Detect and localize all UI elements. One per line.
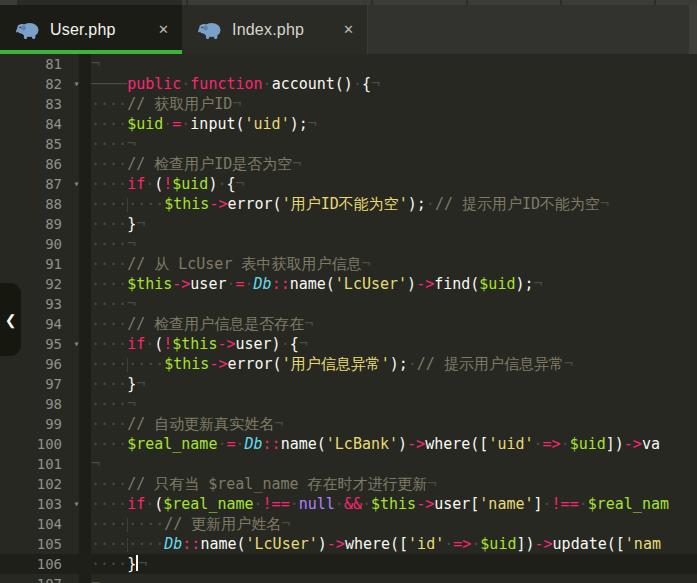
- fold-gutter-spacer: [62, 374, 91, 394]
- code-text: ····$this->user·=·Db::name('LcUser')->fi…: [91, 274, 697, 294]
- code-line[interactable]: 87▾····if·(!$uid)·{¬: [0, 174, 697, 194]
- code-line[interactable]: 86····// 检查用户ID是否为空¬: [0, 154, 697, 174]
- code-line[interactable]: 81¬: [0, 54, 697, 74]
- code-text: ····if·($real_name·!==·null·&&·$this->us…: [91, 494, 697, 514]
- tab-bar: User.php✕Index.php✕: [0, 5, 697, 54]
- code-text: ····if·(!$this->user)·{¬: [91, 334, 697, 354]
- editor-window: User.php✕Index.php✕ 81¬82▾────public·fun…: [0, 0, 697, 583]
- line-number: 82: [0, 74, 62, 94]
- code-line[interactable]: 104········// 更新用户姓名¬: [0, 514, 697, 534]
- fold-gutter-spacer: [62, 554, 91, 574]
- line-number: 85: [0, 134, 62, 154]
- line-number: 99: [0, 414, 62, 434]
- chevron-left-icon: ❮: [5, 312, 17, 328]
- code-line[interactable]: 91····// 从 LcUser 表中获取用户信息¬: [0, 254, 697, 274]
- fold-gutter-spacer: [62, 194, 91, 214]
- line-number: 106: [0, 554, 62, 574]
- code-line[interactable]: 99····// 自动更新真实姓名¬: [0, 414, 697, 434]
- code-line[interactable]: 100····$real_name·=·Db::name('LcBank')->…: [0, 434, 697, 454]
- code-line[interactable]: 98····¬: [0, 394, 697, 414]
- tab-user-php[interactable]: User.php✕: [0, 5, 182, 54]
- fold-gutter-spacer: [62, 234, 91, 254]
- fold-toggle-icon[interactable]: ▾: [62, 174, 91, 194]
- fold-toggle-icon[interactable]: ▾: [62, 334, 91, 354]
- code-line[interactable]: 102····// 只有当 $real_name 存在时才进行更新¬: [0, 474, 697, 494]
- code-text: ¬: [91, 54, 697, 74]
- code-text: ····$real_name·=·Db::name('LcBank')->whe…: [91, 434, 697, 454]
- line-number: 98: [0, 394, 62, 414]
- code-text: ····$uid·=·input('uid');¬: [91, 114, 697, 134]
- code-text: ········// 更新用户姓名¬: [91, 514, 697, 534]
- line-number: 89: [0, 214, 62, 234]
- code-text: ····¬: [91, 294, 697, 314]
- fold-gutter-spacer: [62, 114, 91, 134]
- code-line[interactable]: 82▾────public·function·account()·{¬: [0, 74, 697, 94]
- code-text: ········$this->error('用户ID不能为空');·// 提示用…: [91, 194, 697, 214]
- code-line[interactable]: 92····$this->user·=·Db::name('LcUser')->…: [0, 274, 697, 294]
- code-line[interactable]: 96········$this->error('用户信息异常');·// 提示用…: [0, 354, 697, 374]
- tab-label: User.php: [50, 21, 153, 39]
- code-text: ····// 检查用户ID是否为空¬: [91, 154, 697, 174]
- fold-gutter-spacer: [62, 414, 91, 434]
- fold-toggle-icon[interactable]: ▾: [62, 494, 91, 514]
- code-line[interactable]: 95▾····if·(!$this->user)·{¬: [0, 334, 697, 354]
- line-number: 100: [0, 434, 62, 454]
- code-text: ····if·(!$uid)·{¬: [91, 174, 697, 194]
- code-editor[interactable]: 81¬82▾────public·function·account()·{¬83…: [0, 54, 697, 583]
- line-number: 96: [0, 354, 62, 374]
- code-line[interactable]: 89····}¬: [0, 214, 697, 234]
- code-line[interactable]: 97····}¬: [0, 374, 697, 394]
- fold-gutter-spacer: [62, 514, 91, 534]
- code-text: ····// 自动更新真实姓名¬: [91, 414, 697, 434]
- line-number: 88: [0, 194, 62, 214]
- sidebar-collapse-handle[interactable]: ❮: [0, 283, 21, 356]
- code-text: ····}¬: [91, 374, 697, 394]
- code-line[interactable]: 107¬: [0, 574, 697, 583]
- fold-gutter-spacer: [62, 354, 91, 374]
- code-text: ····// 从 LcUser 表中获取用户信息¬: [91, 254, 697, 274]
- line-number: 81: [0, 54, 62, 74]
- fold-gutter-spacer: [62, 94, 91, 114]
- php-elephant-icon: [15, 20, 41, 40]
- tab-close-icon[interactable]: ✕: [153, 20, 174, 39]
- code-line[interactable]: 83····// 获取用户ID¬: [0, 94, 697, 114]
- code-line[interactable]: 88········$this->error('用户ID不能为空');·// 提…: [0, 194, 697, 214]
- fold-gutter-spacer: [62, 574, 91, 583]
- code-line[interactable]: 90····¬: [0, 234, 697, 254]
- line-number: 87: [0, 174, 62, 194]
- code-line[interactable]: 105········Db::name('LcUser')->where(['i…: [0, 534, 697, 554]
- code-line[interactable]: 94····// 检查用户信息是否存在¬: [0, 314, 697, 334]
- line-number: 91: [0, 254, 62, 274]
- fold-gutter-spacer: [62, 214, 91, 234]
- code-text: ········$this->error('用户信息异常');·// 提示用户信…: [91, 354, 697, 374]
- tab-label: Index.php: [232, 21, 338, 39]
- fold-gutter-spacer: [62, 534, 91, 554]
- code-text: ····// 只有当 $real_name 存在时才进行更新¬: [91, 474, 697, 494]
- tab-index-php[interactable]: Index.php✕: [182, 5, 368, 54]
- code-line[interactable]: 84····$uid·=·input('uid');¬: [0, 114, 697, 134]
- fold-gutter-spacer: [62, 294, 91, 314]
- line-number: 90: [0, 234, 62, 254]
- code-line[interactable]: 101¬: [0, 454, 697, 474]
- code-line[interactable]: 93····¬: [0, 294, 697, 314]
- line-number: 86: [0, 154, 62, 174]
- fold-toggle-icon[interactable]: ▾: [62, 74, 91, 94]
- code-text: ····}¬: [91, 554, 697, 574]
- php-elephant-icon: [197, 20, 223, 40]
- code-text: ····// 获取用户ID¬: [91, 94, 697, 114]
- fold-gutter-spacer: [62, 254, 91, 274]
- fold-gutter-spacer: [62, 154, 91, 174]
- tab-close-icon[interactable]: ✕: [338, 20, 359, 39]
- line-number: 105: [0, 534, 62, 554]
- code-text: ····}¬: [91, 214, 697, 234]
- code-text: ····¬: [91, 134, 697, 154]
- fold-gutter-spacer: [62, 134, 91, 154]
- code-text: ¬: [91, 574, 697, 583]
- fold-gutter-spacer: [62, 394, 91, 414]
- code-line[interactable]: 85····¬: [0, 134, 697, 154]
- line-number: 103: [0, 494, 62, 514]
- line-number: 97: [0, 374, 62, 394]
- code-text: ········Db::name('LcUser')->where(['id'·…: [91, 534, 697, 554]
- code-line[interactable]: 106····}¬: [0, 554, 697, 574]
- code-line[interactable]: 103▾····if·($real_name·!==·null·&&·$this…: [0, 494, 697, 514]
